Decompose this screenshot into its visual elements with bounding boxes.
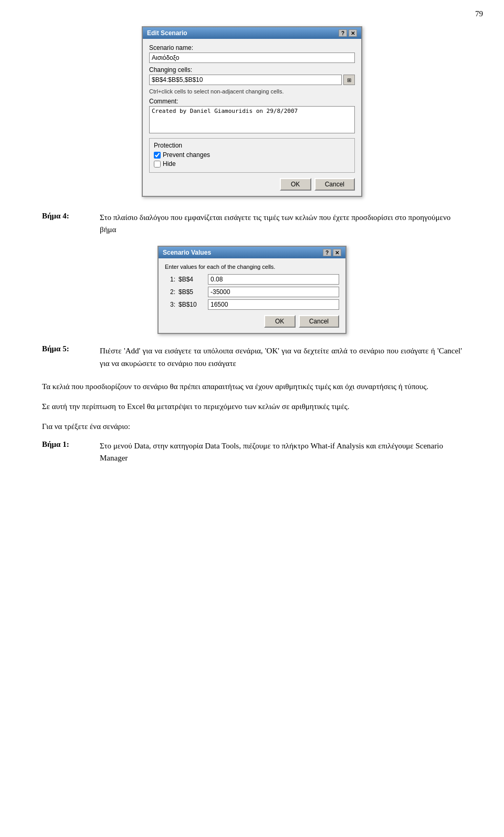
scenario-name-label: Scenario name: — [149, 44, 355, 51]
sv-input-3[interactable] — [208, 299, 339, 310]
sv-index-1: 1: — [165, 276, 175, 283]
para1: Τα κελιά που προσδιορίζουν το σενάριο θα… — [42, 380, 462, 393]
changing-cells-label: Changing cells: — [149, 66, 355, 74]
hide-row: Hide — [154, 160, 350, 168]
step4-label: Βήμα 4: — [42, 212, 89, 235]
page-number: 79 — [475, 9, 483, 18]
sv-row-1: 1: $B$4 — [165, 274, 339, 285]
hide-label: Hide — [163, 160, 176, 168]
step5-block: Βήμα 5: Πιέστε 'Add' για να εισάγετε τα … — [42, 344, 462, 370]
edit-scenario-dialog: Edit Scenario ? ✕ Scenario name: Changin… — [142, 26, 362, 197]
sv-cellref-2: $B$5 — [178, 288, 205, 296]
sv-hint: Enter values for each of the changing ce… — [165, 264, 339, 270]
sv-title: Scenario Values — [163, 249, 211, 256]
edit-scenario-title: Edit Scenario — [147, 29, 187, 37]
edit-scenario-buttons: OK Cancel — [149, 178, 355, 191]
prevent-changes-checkbox[interactable] — [154, 152, 161, 159]
step1-block: Βήμα 1: Στο μενού Data, στην κατηγορία D… — [42, 440, 462, 464]
sv-cellref-3: $B$10 — [178, 301, 205, 308]
sv-buttons: OK Cancel — [165, 315, 339, 328]
sv-cellref-1: $B$4 — [178, 276, 205, 283]
scenario-values-dialog: Scenario Values ? ✕ Enter values for eac… — [158, 246, 346, 334]
sv-input-1[interactable] — [208, 274, 339, 285]
para2: Σε αυτή την περίπτωση το Excel θα μετατρ… — [42, 400, 462, 413]
step4-block: Βήμα 4: Στο πλαίσιο διαλόγου που εμφανίζ… — [42, 212, 462, 235]
sv-row-2: 2: $B$5 — [165, 287, 339, 297]
sv-titlebar: Scenario Values ? ✕ — [159, 247, 345, 258]
changing-cells-input[interactable] — [149, 75, 342, 85]
changing-cells-hint: Ctrl+click cells to select non-adjacent … — [149, 88, 355, 95]
step1-content: Στο μενού Data, στην κατηγορία Data Tool… — [100, 440, 462, 464]
step1-label: Βήμα 1: — [42, 440, 89, 464]
scenario-name-input[interactable] — [149, 53, 355, 63]
cancel-button[interactable]: Cancel — [314, 178, 355, 191]
sv-cancel-button[interactable]: Cancel — [299, 315, 339, 328]
help-button[interactable]: ? — [339, 29, 347, 37]
step5-label: Βήμα 5: — [42, 344, 89, 370]
edit-scenario-titlebar: Edit Scenario ? ✕ — [143, 27, 361, 39]
prevent-changes-row: Prevent changes — [154, 151, 350, 159]
collapse-button[interactable]: ⊞ — [343, 75, 355, 85]
protection-section: Protection Prevent changes Hide — [149, 138, 355, 173]
close-button[interactable]: ✕ — [349, 29, 357, 37]
sv-body: Enter values for each of the changing ce… — [159, 258, 345, 333]
step4-content: Στο πλαίσιο διαλόγου που εμφανίζεται εισ… — [100, 212, 462, 235]
sv-index-2: 2: — [165, 288, 175, 296]
hide-checkbox[interactable] — [154, 161, 161, 168]
comment-textarea[interactable]: Created by Daniel Giamouridis on 29/8/20… — [149, 106, 355, 133]
sv-input-2[interactable] — [208, 287, 339, 297]
edit-scenario-dialog-wrapper: Edit Scenario ? ✕ Scenario name: Changin… — [42, 26, 462, 197]
sv-help-button[interactable]: ? — [323, 249, 331, 256]
titlebar-controls: ? ✕ — [339, 29, 357, 37]
collapse-icon: ⊞ — [347, 77, 351, 83]
sv-close-button[interactable]: ✕ — [333, 249, 341, 256]
prevent-changes-label: Prevent changes — [163, 151, 210, 159]
scenario-values-wrapper: Scenario Values ? ✕ Enter values for eac… — [42, 246, 462, 334]
comment-label: Comment: — [149, 98, 355, 105]
ok-button[interactable]: OK — [280, 178, 311, 191]
sv-titlebar-controls: ? ✕ — [323, 249, 341, 256]
sv-index-3: 3: — [165, 301, 175, 308]
edit-scenario-body: Scenario name: Changing cells: ⊞ Ctrl+cl… — [143, 39, 361, 196]
para3: Για να τρέξετε ένα σενάριο: — [42, 420, 462, 433]
step5-content: Πιέστε 'Add' για να εισάγετε τα υπόλοιπα… — [100, 344, 462, 370]
changing-cells-row: ⊞ — [149, 75, 355, 85]
protection-legend: Protection — [154, 142, 350, 149]
sv-ok-button[interactable]: OK — [264, 315, 296, 328]
sv-row-3: 3: $B$10 — [165, 299, 339, 310]
